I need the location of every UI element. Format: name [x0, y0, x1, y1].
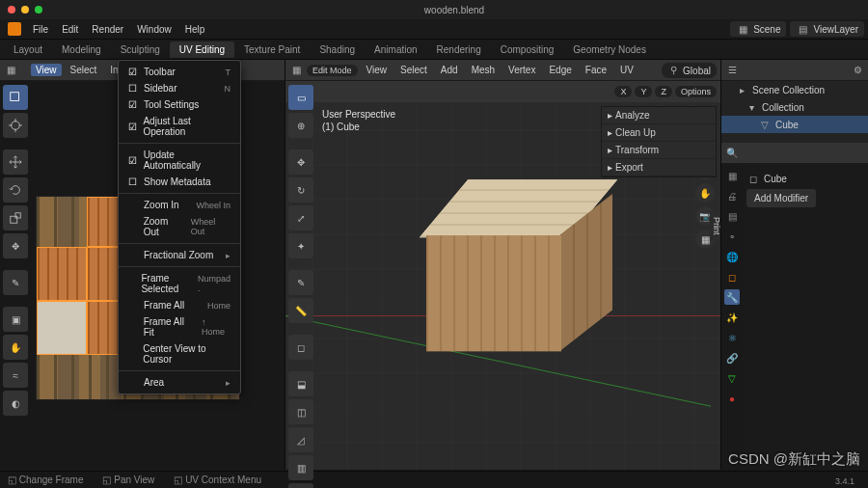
tool-add-cube[interactable]: ◻ — [288, 335, 313, 360]
filter-icon[interactable]: ⚙ — [851, 64, 864, 77]
vp-menu-uv[interactable]: UV — [615, 64, 638, 76]
dd-sidebar[interactable]: ☐SidebarN — [119, 80, 240, 96]
menu-render[interactable]: Render — [86, 22, 129, 37]
dd-frame-all-fit[interactable]: Frame All Fit↑ Home — [119, 313, 240, 340]
tool-annotate[interactable]: ✎ — [3, 270, 28, 295]
search-icon[interactable]: 🔍 — [725, 147, 739, 160]
tool-rip[interactable]: ▣ — [3, 307, 28, 332]
vp-menu-edge[interactable]: Edge — [544, 64, 576, 76]
vp-menu-mesh[interactable]: Mesh — [467, 64, 500, 76]
tab-uv-editing[interactable]: UV Editing — [170, 41, 234, 58]
ntab-view[interactable]: View — [719, 171, 720, 201]
add-modifier-button[interactable]: Add Modifier — [746, 189, 816, 207]
ptab-modifier[interactable]: 🔧 — [724, 289, 740, 305]
menu-help[interactable]: Help — [179, 22, 211, 37]
editor-type-icon[interactable]: ▦ — [4, 64, 17, 77]
tool-loopcut[interactable]: ▥ — [288, 455, 313, 480]
ptab-data[interactable]: ▽ — [724, 370, 740, 386]
vp-canvas[interactable]: User Perspective(1) Cube X Y Z 🔍 ✋ 📷 ▦ ▸… — [285, 102, 720, 470]
ptab-world[interactable]: 🌐 — [724, 249, 740, 264]
n-options[interactable]: Options — [675, 86, 717, 97]
dd-frame-all[interactable]: Frame AllHome — [119, 297, 240, 313]
tool-bevel[interactable]: ◿ — [288, 427, 313, 452]
uv-island[interactable] — [37, 301, 87, 355]
ptab-render[interactable]: ▦ — [724, 168, 740, 183]
scene-selector[interactable]: ▦Scene — [730, 21, 786, 37]
ptab-physics[interactable]: ⚛ — [724, 330, 740, 345]
dd-show-metadata[interactable]: ☐Show Metadata — [119, 174, 240, 190]
uv-menu-view[interactable]: View — [31, 64, 62, 76]
n-analyze[interactable]: ▸ Analyze — [602, 107, 716, 124]
tool-grab[interactable]: ✋ — [3, 335, 28, 360]
dd-zoom-in[interactable]: Zoom InWheel In — [119, 197, 240, 213]
ntab-item[interactable]: Item — [719, 111, 720, 140]
menu-file[interactable]: File — [27, 22, 54, 37]
tool-scale[interactable] — [3, 205, 28, 230]
n-export[interactable]: ▸ Export — [602, 159, 716, 176]
vp-menu-vertex[interactable]: Vertex — [503, 64, 540, 76]
tool-rotate[interactable]: ↻ — [288, 177, 313, 203]
tool-pinch[interactable]: ◐ — [3, 391, 28, 416]
tool-relax[interactable]: ≈ — [3, 363, 28, 388]
tool-knife[interactable]: ✂ — [288, 483, 313, 488]
tab-geometry-nodes[interactable]: Geometry Nodes — [563, 41, 656, 58]
n-z[interactable]: Z — [655, 86, 672, 97]
dd-zoom-out[interactable]: Zoom OutWheel Out — [119, 213, 240, 240]
maximize-icon[interactable] — [35, 6, 42, 14]
dd-area[interactable]: Area▸ — [119, 374, 240, 391]
tool-transform[interactable]: ✥ — [3, 233, 28, 258]
dd-adjust-last[interactable]: ☑Adjust Last Operation — [119, 113, 240, 140]
minimize-icon[interactable] — [21, 6, 29, 14]
close-icon[interactable] — [8, 6, 15, 14]
ntab-tool[interactable]: Tool — [719, 142, 720, 170]
dd-tool-settings[interactable]: ☑Tool Settings — [119, 96, 240, 113]
ptab-scene[interactable]: ⚬ — [724, 229, 740, 244]
tool-measure[interactable]: 📏 — [288, 298, 313, 323]
n-y[interactable]: Y — [635, 86, 652, 97]
tool-transform[interactable]: ✦ — [288, 233, 313, 258]
editor-type-icon[interactable]: ▦ — [289, 64, 303, 77]
tab-animation[interactable]: Animation — [365, 41, 426, 58]
hand-icon[interactable]: ✋ — [695, 183, 715, 203]
dd-fractional-zoom[interactable]: Fractional Zoom▸ — [119, 247, 240, 263]
tool-rotate[interactable] — [3, 177, 28, 203]
uv-menu-select[interactable]: Select — [66, 64, 102, 76]
vp-menu-face[interactable]: Face — [581, 64, 611, 76]
tab-layout[interactable]: Layout — [4, 41, 52, 58]
tab-sculpting[interactable]: Sculpting — [111, 41, 170, 58]
dd-toolbar[interactable]: ☑ToolbarT — [119, 64, 240, 80]
tool-extrude[interactable]: ⬓ — [288, 371, 313, 396]
vp-menu-add[interactable]: Add — [436, 64, 463, 76]
ptab-constraint[interactable]: 🔗 — [724, 350, 740, 366]
ptab-particle[interactable]: ✨ — [724, 310, 740, 325]
tool-inset[interactable]: ◫ — [288, 399, 313, 424]
tool-scale[interactable]: ⤢ — [288, 205, 313, 230]
tab-texture-paint[interactable]: Texture Paint — [234, 41, 310, 58]
uv-island[interactable] — [37, 247, 87, 301]
n-x[interactable]: X — [614, 86, 632, 97]
tool-move[interactable]: ✥ — [288, 149, 313, 175]
tab-compositing[interactable]: Compositing — [491, 41, 564, 58]
outliner-icon[interactable]: ☰ — [725, 64, 739, 77]
ptab-viewlayer[interactable]: ▤ — [724, 208, 740, 224]
tool-select-box[interactable] — [3, 85, 28, 110]
tool-select[interactable]: ▭ — [288, 85, 313, 110]
out-collection[interactable]: ▾Collection — [721, 98, 868, 116]
tool-move[interactable] — [3, 149, 28, 175]
tool-annotate[interactable]: ✎ — [288, 270, 313, 295]
viewlayer-selector[interactable]: ▤ViewLayer — [790, 21, 864, 37]
n-cleanup[interactable]: ▸ Clean Up — [602, 124, 716, 142]
ptab-material[interactable]: ● — [724, 391, 740, 406]
tab-shading[interactable]: Shading — [310, 41, 365, 58]
dd-update-auto[interactable]: ☑Update Automatically — [119, 147, 240, 174]
cube-mesh[interactable] — [426, 197, 581, 351]
vp-menu-select[interactable]: Select — [395, 64, 432, 76]
ptab-object[interactable]: ◻ — [724, 269, 740, 285]
menu-edit[interactable]: Edit — [56, 22, 84, 37]
out-scene[interactable]: ▸Scene Collection — [721, 81, 868, 98]
out-cube[interactable]: ▽Cube — [721, 116, 868, 133]
dd-frame-selected[interactable]: Frame SelectedNumpad . — [119, 270, 240, 297]
tool-cursor[interactable]: ⊕ — [288, 113, 313, 138]
ptab-output[interactable]: 🖨 — [724, 188, 740, 203]
ntab-3dprint[interactable]: 3D-Print — [710, 211, 720, 241]
